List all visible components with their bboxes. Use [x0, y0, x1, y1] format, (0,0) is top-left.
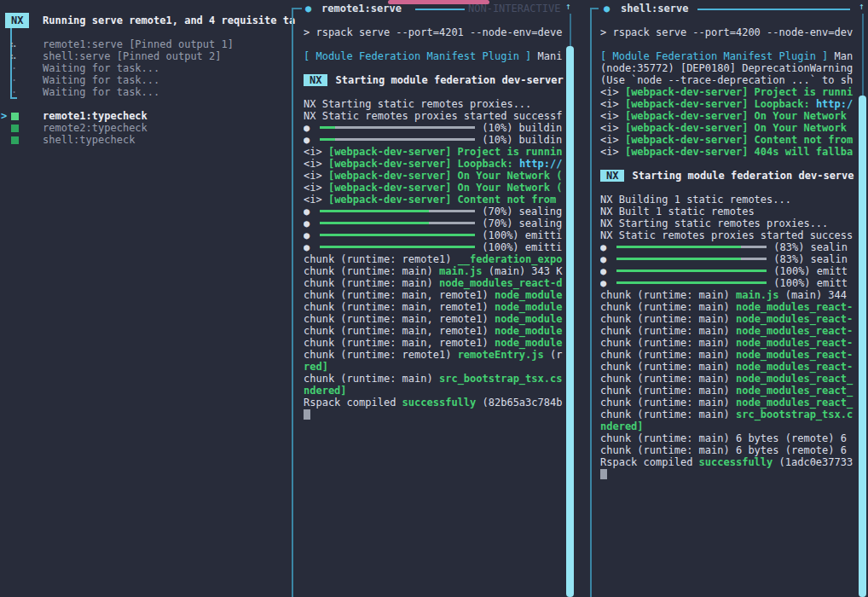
- terminal-text: chunk (runtime: main, remote1): [304, 325, 495, 337]
- progress-bar-fill: [616, 281, 767, 284]
- task-list-item[interactable]: >remote1:typecheck: [0, 110, 292, 122]
- terminal-text: <i>: [304, 170, 328, 182]
- cursor-block: [600, 469, 607, 479]
- task-list-item[interactable]: ·Waiting for task...: [0, 86, 292, 98]
- task-success-square-icon: [11, 136, 19, 144]
- scrollbar-thumb[interactable]: [566, 46, 574, 597]
- terminal-text: (main) 343 K: [483, 265, 563, 277]
- terminal-text: <i>: [304, 182, 328, 194]
- scroll-up-icon[interactable]: ↑: [565, 1, 571, 13]
- terminal-text: node_modules_react-: [736, 313, 853, 325]
- terminal-line: chunk (runtime: main, remote1) node_modu…: [304, 289, 564, 301]
- terminal-text: NX Starting static remotes proxies...: [304, 98, 531, 110]
- progress-bar: [320, 246, 475, 248]
- pane-title[interactable]: shell:serve: [621, 3, 688, 14]
- progress-bar: [320, 126, 475, 129]
- terminal-text: [webpack-dev-server] Project is runni: [625, 86, 853, 98]
- terminal-text: chunk (runtime: main): [304, 277, 439, 289]
- terminal-text: chunk (runtime: main): [600, 409, 736, 420]
- terminal-line: [304, 38, 564, 50]
- progress-bar-fill: [320, 246, 475, 248]
- task-list-item[interactable]: ·Waiting for task...: [0, 74, 292, 86]
- terminal-text: [webpack-dev-server] Content not from: [625, 134, 853, 146]
- scrollbar-track[interactable]: [570, 14, 571, 46]
- terminal-line: [600, 38, 855, 50]
- terminal-line: chunk (runtime: main) node_modules_react…: [600, 301, 855, 313]
- terminal-text: <i>: [600, 122, 625, 134]
- terminal-text: chunk (runtime: main): [600, 313, 736, 325]
- terminal-line: ●(83%) sealin: [600, 241, 855, 253]
- terminal-line: [304, 409, 564, 420]
- nx-badge: NX: [5, 13, 29, 28]
- progress-bar-fill: [320, 126, 335, 129]
- progress-bullet-icon: ●: [304, 206, 310, 217]
- scrollbar-track[interactable]: [862, 14, 864, 96]
- terminal-line: chunk (runtime: main) src_bootstrap_tsx.…: [304, 373, 564, 385]
- terminal-text: successfully: [402, 397, 477, 409]
- progress-bar: [616, 246, 767, 248]
- terminal-line: ●(70%) sealing: [304, 206, 564, 217]
- terminal-text: (r: [544, 349, 563, 361]
- terminal-line: NX Built 1 static remotes: [600, 206, 855, 217]
- terminal-text: Rspack compiled: [304, 397, 402, 409]
- terminal-text: node_module: [495, 325, 562, 337]
- terminal-text: NX Starting static remotes proxies...: [600, 217, 828, 229]
- task-list-item[interactable]: ⠦remote1:serve [Pinned output 1]: [0, 38, 292, 50]
- terminal-text: > rspack serve --port=4201 --node-env=de…: [304, 26, 562, 38]
- terminal-text: node_modules_react_: [736, 373, 853, 385]
- terminal-text: [webpack-dev-server] On Your Network: [625, 110, 847, 122]
- terminal-text: chunk (runtime: main): [600, 385, 736, 397]
- terminal-line: [600, 468, 855, 480]
- terminal-text: NX Built 1 static remotes: [600, 206, 755, 217]
- terminal-text: red]: [304, 361, 328, 373]
- nx-terminal-screen: NX Running serve remote1, and 4 requisit…: [0, 0, 868, 597]
- progress-label: (70%) sealing: [482, 206, 562, 217]
- terminal-line: ●(83%) sealin: [600, 253, 855, 265]
- progress-label: (100%) emitti: [482, 229, 562, 241]
- task-label: Waiting for task...: [0, 62, 159, 74]
- scroll-up-icon[interactable]: ↑: [859, 1, 865, 13]
- task-list-item[interactable]: shell:typecheck: [0, 134, 292, 146]
- terminal-line: [304, 86, 564, 98]
- terminal-text: <i>: [304, 194, 328, 206]
- terminal-line: <i> [webpack-dev-server] Loopback: http:…: [600, 98, 855, 110]
- terminal-text: NX Building 1 static remotes...: [600, 194, 791, 206]
- task-list-item[interactable]: ·Waiting for task...: [0, 62, 292, 74]
- progress-bar-fill: [616, 246, 741, 248]
- terminal-line: chunk (runtime: main) node_modules_react…: [600, 397, 855, 409]
- progress-bullet-icon: ●: [600, 241, 606, 253]
- task-list-item[interactable]: remote2:typecheck: [0, 122, 292, 134]
- terminal-line: NX Starting static remotes proxies...: [600, 217, 855, 229]
- task-list-item[interactable]: ⠦shell:serve [Pinned output 2]: [0, 50, 292, 62]
- task-label: Waiting for task...: [0, 86, 159, 98]
- task-label: shell:serve [Pinned output 2]: [0, 50, 222, 62]
- scrollbar-thumb[interactable]: [859, 96, 866, 597]
- progress-bar: [616, 258, 767, 260]
- terminal-text: > rspack serve --port=4200 --node-env=de…: [600, 26, 853, 38]
- terminal-output: > rspack serve --port=4201 --node-env=de…: [304, 26, 564, 420]
- progress-label: (83%) sealin: [773, 241, 848, 253]
- pane-title[interactable]: remote1:serve: [321, 3, 402, 14]
- terminal-text: ndered]: [304, 385, 347, 397]
- terminal-text: node_modules_react-: [736, 337, 853, 349]
- task-label: remote1:typecheck: [0, 110, 148, 122]
- terminal-line: ●(10%) buildin: [304, 134, 564, 146]
- terminal-text: <i>: [600, 86, 625, 98]
- terminal-text: NX Static remotes proxies started succes…: [600, 229, 853, 241]
- terminal-line: [600, 158, 855, 170]
- terminal-text: [ Module Federation Manifest Plugin ]: [600, 50, 828, 62]
- terminal-line: red]: [304, 361, 564, 373]
- progress-bar-fill: [616, 258, 741, 260]
- terminal-text: chunk (runtime: main) 6 bytes (remote) 6: [600, 444, 847, 456]
- terminal-text: chunk (runtime: main): [600, 361, 736, 373]
- terminal-text: chunk (runtime: main): [304, 265, 439, 277]
- cursor-block: [304, 409, 310, 420]
- interactivity-mode-label: NON-INTERACTIVE: [468, 3, 560, 14]
- terminal-text: Starting module federation dev-serve: [632, 170, 854, 182]
- terminal-line: chunk (runtime: main, remote1) node_modu…: [304, 337, 564, 349]
- terminal-text: chunk (runtime: main, remote1): [304, 337, 495, 349]
- terminal-line: <i> [webpack-dev-server] 404s will fallb…: [600, 146, 855, 158]
- terminal-text: src_bootstrap_tsx.cs: [439, 373, 563, 385]
- running-indicator-icon: ●: [305, 3, 311, 14]
- terminal-line: NXStarting module federation dev-serve: [600, 170, 855, 182]
